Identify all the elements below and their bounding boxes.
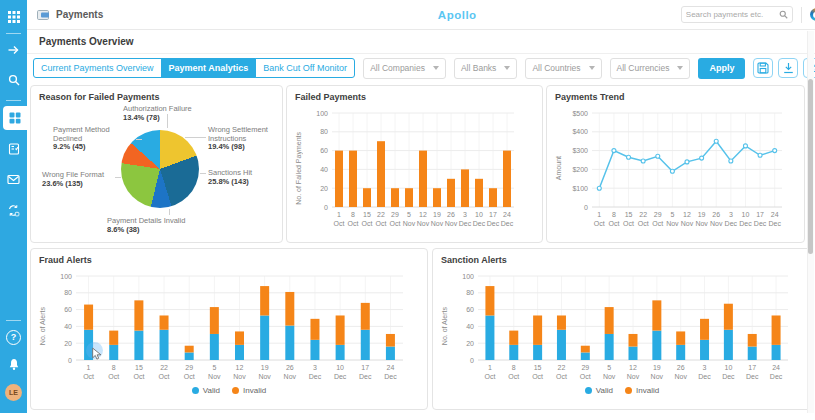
svg-text:1: 1 bbox=[597, 211, 601, 218]
legend-item-valid[interactable]: Valid bbox=[192, 386, 220, 395]
sidebar-item-dashboard-active[interactable] bbox=[3, 106, 27, 130]
charts-row-1: Reason for Failed Payments Authorization… bbox=[27, 85, 815, 243]
chart-legend[interactable]: ValidInvalid bbox=[441, 384, 803, 397]
pie-label-name: Wrong Settlement Instructions bbox=[208, 125, 268, 143]
sanction-alerts-stacked-bar-chart[interactable]: 0204060801001Oct8Oct15Oct22Oct29Oct5Nov1… bbox=[452, 268, 798, 384]
search-icon[interactable] bbox=[779, 10, 788, 19]
module-title-label: Payments bbox=[56, 9, 103, 20]
svg-text:Oct: Oct bbox=[594, 220, 605, 227]
y-axis-label: Amount bbox=[555, 156, 566, 180]
svg-text:Oct: Oct bbox=[108, 373, 119, 380]
payments-trend-line-chart[interactable]: 0$100$200$300$400$5001Oct8Oct15Oct22Oct2… bbox=[566, 105, 792, 231]
svg-text:15: 15 bbox=[625, 211, 633, 218]
failed-payments-bar-chart[interactable]: 0204060801001Oct8Oct15Oct22Oct29Oct5Nov1… bbox=[306, 105, 524, 231]
fraud-alerts-stacked-bar-chart[interactable]: 0204060801001Oct8Oct15Oct22Oct29Oct5Nov1… bbox=[50, 268, 413, 384]
help-icon[interactable]: ? bbox=[0, 326, 27, 348]
svg-text:Nov: Nov bbox=[674, 373, 687, 380]
svg-text:8: 8 bbox=[351, 211, 355, 218]
tab-payment-analytics[interactable]: Payment Analytics bbox=[161, 58, 257, 78]
svg-text:Oct: Oct bbox=[362, 220, 373, 227]
svg-text:Oct: Oct bbox=[508, 373, 519, 380]
search-input[interactable] bbox=[686, 10, 776, 19]
svg-text:Nov: Nov bbox=[258, 373, 271, 380]
svg-text:60: 60 bbox=[64, 306, 72, 313]
svg-text:5: 5 bbox=[607, 364, 611, 371]
svg-text:20: 20 bbox=[320, 185, 328, 192]
card-reason-for-failed-payments: Reason for Failed Payments Authorization… bbox=[30, 85, 283, 243]
svg-text:1: 1 bbox=[488, 364, 492, 371]
apply-button[interactable]: Apply bbox=[698, 58, 745, 79]
sync-currency-icon[interactable] bbox=[0, 199, 27, 221]
filter-banks[interactable]: All Banks bbox=[454, 58, 517, 79]
svg-text:15: 15 bbox=[363, 211, 371, 218]
svg-text:12: 12 bbox=[419, 211, 427, 218]
svg-text:26: 26 bbox=[286, 364, 294, 371]
svg-text:Dec: Dec bbox=[739, 220, 752, 227]
pie-leader-line bbox=[115, 177, 121, 178]
svg-text:12: 12 bbox=[629, 364, 637, 371]
svg-text:8: 8 bbox=[512, 364, 516, 371]
svg-text:24: 24 bbox=[771, 211, 779, 218]
svg-text:24: 24 bbox=[387, 364, 395, 371]
scrollbar-thumb[interactable] bbox=[808, 79, 813, 254]
save-view-button[interactable] bbox=[753, 58, 773, 78]
svg-text:19: 19 bbox=[653, 364, 661, 371]
user-avatar[interactable]: LE bbox=[0, 381, 27, 403]
card-sanction-alerts: Sanction Alerts No. of Alerts 0204060801… bbox=[432, 248, 812, 410]
chevron-down-icon bbox=[504, 66, 510, 70]
scrollbar-track[interactable] bbox=[807, 31, 814, 413]
highradius-logo-icon bbox=[810, 8, 815, 21]
svg-text:22: 22 bbox=[558, 364, 566, 371]
mail-icon[interactable] bbox=[0, 168, 27, 190]
svg-text:3: 3 bbox=[703, 364, 707, 371]
svg-text:Oct: Oct bbox=[638, 220, 649, 227]
legend-item-invalid[interactable]: Invalid bbox=[625, 386, 659, 395]
svg-text:Oct: Oct bbox=[556, 373, 567, 380]
svg-text:Dec: Dec bbox=[770, 373, 783, 380]
arrow-right-icon[interactable] bbox=[0, 39, 27, 61]
search-icon[interactable] bbox=[0, 69, 27, 91]
reports-icon[interactable] bbox=[0, 138, 27, 160]
svg-text:0: 0 bbox=[470, 357, 474, 364]
pie-leader-line bbox=[136, 139, 142, 140]
apps-grid-icon[interactable] bbox=[0, 6, 27, 28]
svg-text:Nov: Nov bbox=[651, 373, 664, 380]
pie-label-payment-details-invalid: Payment Details Invalid8.6% (38) bbox=[107, 217, 249, 234]
svg-text:8: 8 bbox=[112, 364, 116, 371]
chevron-down-icon bbox=[677, 66, 683, 70]
pie-label-value: 13.4% (78) bbox=[123, 114, 241, 123]
tab-bank-cut-off-monitor[interactable]: Bank Cut Off Monitor bbox=[255, 58, 355, 78]
main-area: Payments Apollo highradius Payments Over… bbox=[27, 0, 815, 420]
download-button[interactable] bbox=[778, 58, 798, 78]
svg-text:80: 80 bbox=[466, 289, 474, 296]
chart-legend[interactable]: ValidInvalid bbox=[39, 384, 419, 397]
filter-companies[interactable]: All Companies bbox=[363, 58, 446, 79]
svg-text:8: 8 bbox=[612, 211, 616, 218]
svg-text:15: 15 bbox=[135, 364, 143, 371]
svg-text:Oct: Oct bbox=[580, 373, 591, 380]
filter-currencies[interactable]: All Currencies bbox=[610, 58, 691, 79]
legend-item-invalid[interactable]: Invalid bbox=[232, 386, 266, 395]
svg-text:40: 40 bbox=[466, 323, 474, 330]
svg-text:100: 100 bbox=[316, 110, 328, 117]
legend-dot bbox=[585, 387, 592, 394]
legend-item-valid[interactable]: Valid bbox=[585, 386, 613, 395]
svg-text:100: 100 bbox=[462, 273, 474, 280]
svg-text:0: 0 bbox=[584, 204, 588, 211]
svg-text:Nov: Nov bbox=[417, 220, 430, 227]
svg-text:Dec: Dec bbox=[334, 373, 347, 380]
pie-leader-line bbox=[167, 114, 168, 128]
svg-text:24: 24 bbox=[772, 364, 780, 371]
svg-text:Oct: Oct bbox=[348, 220, 359, 227]
bell-icon[interactable] bbox=[0, 353, 27, 375]
pie-label-value: 19.4% (98) bbox=[208, 143, 290, 152]
svg-text:22: 22 bbox=[639, 211, 647, 218]
y-axis-label: No. of Alerts bbox=[441, 307, 452, 345]
svg-text:Nov: Nov bbox=[284, 373, 297, 380]
svg-text:Dec: Dec bbox=[384, 373, 397, 380]
tab-current-payments-overview[interactable]: Current Payments Overview bbox=[33, 58, 162, 78]
svg-text:$200: $200 bbox=[572, 166, 588, 173]
module-title: Payments bbox=[37, 9, 103, 21]
search-box[interactable] bbox=[681, 6, 793, 23]
filter-countries[interactable]: All Countries bbox=[525, 58, 601, 79]
